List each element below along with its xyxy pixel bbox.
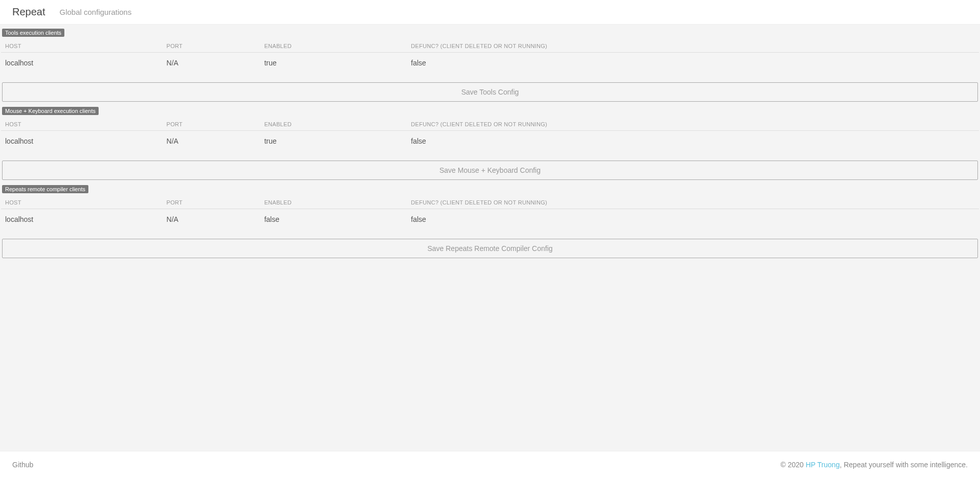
- col-header-host: HOST: [1, 117, 162, 131]
- save-remote-compiler-config-button[interactable]: Save Repeats Remote Compiler Config: [2, 239, 978, 258]
- footer: Github © 2020 HP Truong, Repeat yourself…: [0, 451, 980, 478]
- copyright-prefix: © 2020: [781, 461, 806, 469]
- brand-link[interactable]: Repeat: [12, 6, 45, 18]
- footer-copyright: © 2020 HP Truong, Repeat yourself with s…: [781, 461, 968, 469]
- section-label-tools: Tools execution clients: [2, 29, 64, 37]
- col-header-enabled: ENABLED: [260, 195, 407, 209]
- copyright-suffix: , Repeat yourself with some intelligence…: [839, 461, 968, 469]
- col-header-defunc: DEFUNC? (CLIENT DELETED OR NOT RUNNING): [407, 39, 979, 53]
- col-header-defunc: DEFUNC? (CLIENT DELETED OR NOT RUNNING): [407, 195, 979, 209]
- tools-clients-table: HOST PORT ENABLED DEFUNC? (CLIENT DELETE…: [1, 39, 979, 82]
- col-header-defunc: DEFUNC? (CLIENT DELETED OR NOT RUNNING): [407, 117, 979, 131]
- nav-global-config[interactable]: Global configurations: [60, 8, 132, 16]
- table-row[interactable]: localhost N/A false false: [1, 209, 979, 239]
- table-row[interactable]: localhost N/A true false: [1, 131, 979, 161]
- cell-defunc[interactable]: false: [407, 131, 979, 161]
- main-content: Tools execution clients HOST PORT ENABLE…: [0, 25, 980, 451]
- cell-enabled[interactable]: true: [260, 131, 407, 161]
- cell-host[interactable]: localhost: [1, 53, 162, 83]
- cell-host[interactable]: localhost: [1, 131, 162, 161]
- github-link[interactable]: Github: [12, 461, 33, 469]
- cell-host[interactable]: localhost: [1, 209, 162, 239]
- col-header-enabled: ENABLED: [260, 39, 407, 53]
- author-link[interactable]: HP Truong: [806, 461, 840, 469]
- save-tools-config-button[interactable]: Save Tools Config: [2, 82, 978, 102]
- cell-port[interactable]: N/A: [162, 131, 260, 161]
- cell-enabled[interactable]: false: [260, 209, 407, 239]
- table-row[interactable]: localhost N/A true false: [1, 53, 979, 83]
- col-header-port: PORT: [162, 39, 260, 53]
- section-label-mouse-keyboard: Mouse + Keyboard execution clients: [2, 107, 99, 115]
- topbar: Repeat Global configurations: [0, 0, 980, 25]
- cell-port[interactable]: N/A: [162, 53, 260, 83]
- cell-port[interactable]: N/A: [162, 209, 260, 239]
- col-header-port: PORT: [162, 117, 260, 131]
- remote-compiler-clients-table: HOST PORT ENABLED DEFUNC? (CLIENT DELETE…: [1, 195, 979, 239]
- cell-defunc[interactable]: false: [407, 53, 979, 83]
- cell-defunc[interactable]: false: [407, 209, 979, 239]
- col-header-host: HOST: [1, 195, 162, 209]
- col-header-enabled: ENABLED: [260, 117, 407, 131]
- cell-enabled[interactable]: true: [260, 53, 407, 83]
- col-header-port: PORT: [162, 195, 260, 209]
- mouse-keyboard-clients-table: HOST PORT ENABLED DEFUNC? (CLIENT DELETE…: [1, 117, 979, 161]
- col-header-host: HOST: [1, 39, 162, 53]
- save-mouse-keyboard-config-button[interactable]: Save Mouse + Keyboard Config: [2, 161, 978, 180]
- section-label-remote-compiler: Repeats remote compiler clients: [2, 185, 88, 193]
